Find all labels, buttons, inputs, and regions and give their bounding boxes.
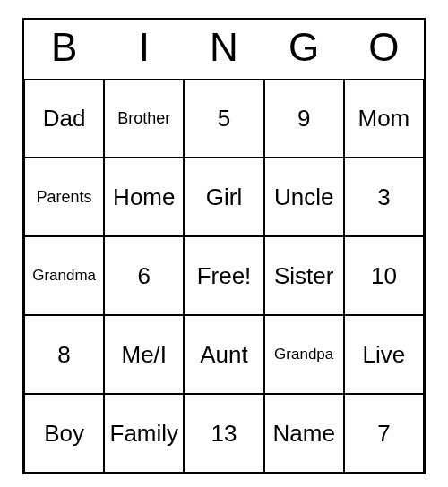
bingo-cell-text: 5 — [218, 105, 230, 132]
bingo-cell[interactable]: Mom — [344, 79, 424, 158]
bingo-cell[interactable]: Girl — [184, 158, 263, 236]
bingo-cell[interactable]: Grandma — [24, 236, 104, 315]
bingo-cell-text: Dad — [43, 105, 86, 132]
bingo-cell[interactable]: Dad — [24, 79, 104, 158]
bingo-cell-text: Live — [363, 341, 406, 369]
bingo-cell[interactable]: 9 — [264, 79, 344, 158]
bingo-cell-text: Me/I — [122, 341, 168, 369]
bingo-cell-text: Sister — [274, 262, 333, 290]
bingo-cell[interactable]: Grandpa — [264, 315, 344, 394]
bingo-cell-text: 9 — [297, 105, 310, 132]
bingo-cell-text: 7 — [377, 420, 390, 448]
bingo-cell-text: Mom — [358, 105, 410, 132]
bingo-cell-text: 10 — [371, 262, 397, 290]
bingo-cell[interactable]: 3 — [344, 158, 424, 236]
header-n: N — [184, 20, 263, 79]
bingo-cell[interactable]: 8 — [24, 315, 104, 394]
bingo-cell-text: 3 — [377, 184, 390, 211]
bingo-cell[interactable]: Home — [104, 158, 184, 236]
bingo-cell[interactable]: Live — [344, 315, 424, 394]
bingo-cell-text: Free! — [197, 262, 252, 290]
bingo-cell[interactable]: Boy — [24, 394, 104, 473]
bingo-cell[interactable]: Aunt — [184, 315, 263, 394]
header-i: I — [104, 20, 184, 79]
bingo-cell[interactable]: 6 — [104, 236, 184, 315]
bingo-header-row: B I N G O — [24, 20, 424, 79]
bingo-cell[interactable]: 13 — [184, 394, 263, 473]
header-g: G — [264, 20, 344, 79]
bingo-card: B I N G O DadBrother59MomParentsHomeGirl… — [22, 18, 426, 474]
bingo-cell-text: Boy — [44, 420, 84, 448]
bingo-cell[interactable]: Parents — [24, 158, 104, 236]
bingo-cell-text: 6 — [138, 262, 151, 290]
bingo-cell-text: Aunt — [200, 341, 248, 369]
bingo-cell[interactable]: Family — [104, 394, 184, 473]
bingo-cell-text: 13 — [211, 420, 237, 448]
bingo-cell[interactable]: Free! — [184, 236, 263, 315]
bingo-cell[interactable]: Brother — [104, 79, 184, 158]
header-o: O — [344, 20, 424, 79]
bingo-cell[interactable]: Me/I — [104, 315, 184, 394]
bingo-cell[interactable]: Name — [264, 394, 344, 473]
bingo-cell-text: Brother — [117, 109, 170, 128]
bingo-cell[interactable]: Sister — [264, 236, 344, 315]
bingo-cell-text: Name — [273, 420, 335, 448]
bingo-cell-text: Grandpa — [274, 346, 333, 363]
bingo-cell-text: Uncle — [274, 184, 333, 211]
bingo-cell[interactable]: Uncle — [264, 158, 344, 236]
bingo-cell[interactable]: 5 — [184, 79, 263, 158]
bingo-grid: DadBrother59MomParentsHomeGirlUncle3Gran… — [24, 79, 424, 473]
bingo-cell-text: Parents — [37, 188, 92, 207]
bingo-cell-text: 8 — [57, 341, 70, 369]
bingo-cell-text: Girl — [206, 184, 242, 211]
bingo-cell[interactable]: 7 — [344, 394, 424, 473]
bingo-cell-text: Home — [113, 184, 175, 211]
bingo-cell[interactable]: 10 — [344, 236, 424, 315]
bingo-cell-text: Grandma — [32, 267, 96, 285]
header-b: B — [24, 20, 104, 79]
bingo-cell-text: Family — [110, 420, 179, 448]
